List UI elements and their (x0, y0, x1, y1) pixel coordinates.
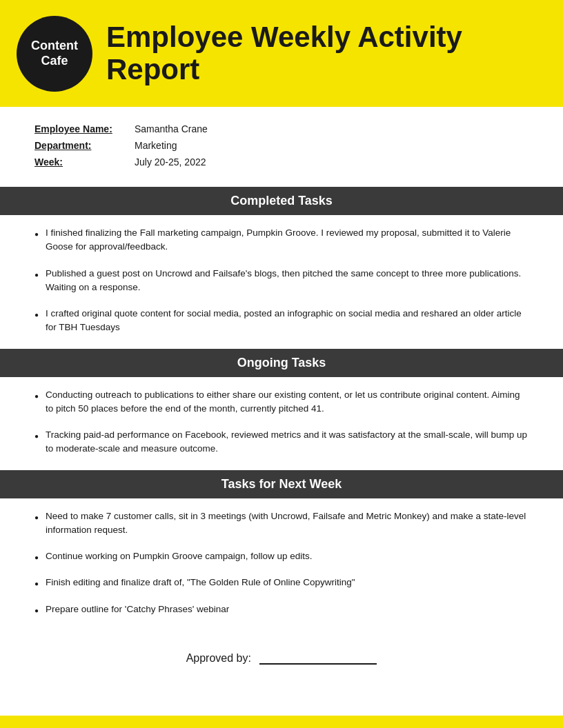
list-item: Need to make 7 customer calls, sit in 3 … (34, 509, 529, 538)
list-item: Finish editing and finalize draft of, "T… (34, 576, 529, 589)
approved-section: Approved by: (0, 630, 563, 678)
ongoing-tasks-ul: Conducting outreach to publications to e… (34, 388, 529, 456)
logo-circle: Content Cafe (17, 16, 92, 92)
list-item: I crafted original quote content for soc… (34, 307, 529, 335)
department-row: Department: Marketing (34, 140, 529, 151)
completed-tasks-list: I finished finalizing the Fall marketing… (0, 215, 563, 349)
list-item: Prepare outline for 'Catchy Phrases' web… (34, 603, 529, 616)
ongoing-tasks-list: Conducting outreach to publications to e… (0, 377, 563, 470)
page-wrapper: Content Cafe Employee Weekly Activity Re… (0, 0, 563, 728)
approved-line (259, 651, 377, 665)
week-label: Week: (34, 156, 135, 168)
approved-label: Approved by: (186, 652, 251, 664)
list-item: Published a guest post on Uncrowd and Fa… (34, 267, 529, 295)
logo-line1: Content (31, 39, 78, 52)
week-row: Week: July 20-25, 2022 (34, 156, 529, 168)
next-week-tasks-header: Tasks for Next Week (0, 470, 563, 498)
completed-tasks-ul: I finished finalizing the Fall marketing… (34, 226, 529, 335)
employee-label: Employee Name: (34, 123, 135, 134)
next-week-tasks-ul: Need to make 7 customer calls, sit in 3 … (34, 509, 529, 616)
employee-row: Employee Name: Samantha Crane (34, 123, 529, 134)
footer-bar (0, 716, 563, 728)
list-item: I finished finalizing the Fall marketing… (34, 226, 529, 254)
report-title: Employee Weekly Activity Report (106, 21, 546, 85)
department-value: Marketing (135, 140, 177, 151)
list-item: Tracking paid-ad performance on Facebook… (34, 428, 529, 456)
completed-tasks-header: Completed Tasks (0, 187, 563, 215)
employee-value: Samantha Crane (135, 123, 208, 134)
ongoing-tasks-header: Ongoing Tasks (0, 349, 563, 377)
week-value: July 20-25, 2022 (135, 156, 206, 168)
department-label: Department: (34, 140, 135, 151)
list-item: Conducting outreach to publications to e… (34, 388, 529, 416)
next-week-tasks-list: Need to make 7 customer calls, sit in 3 … (0, 498, 563, 630)
logo-line2: Cafe (41, 54, 68, 68)
header: Content Cafe Employee Weekly Activity Re… (0, 0, 563, 107)
logo-text: Content Cafe (31, 39, 78, 68)
list-item: Continue working on Pumpkin Groove campa… (34, 549, 529, 563)
info-section: Employee Name: Samantha Crane Department… (0, 107, 563, 187)
